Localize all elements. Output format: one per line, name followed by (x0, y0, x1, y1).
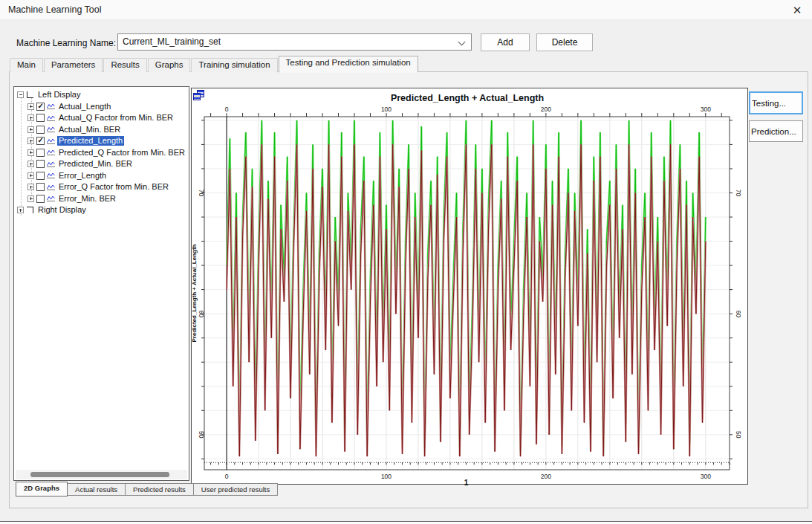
title-bar: Machine Learning Tool ✕ (0, 0, 812, 20)
x-tick-label-top: 100 (381, 106, 392, 113)
tree-item-label: Right Display (36, 205, 88, 215)
tree-item-actual-min-ber[interactable]: Actual_Min. BER (14, 124, 189, 136)
tree-item-label: Actual_Min. BER (57, 125, 122, 135)
right-display-axes-icon (27, 207, 33, 213)
series-chart-icon (46, 172, 56, 179)
add-button[interactable]: Add (481, 33, 530, 51)
ml-name-select[interactable]: Current_ML_training_set (117, 33, 472, 51)
y-axis-title: Predicted_Length + Actual_Length (192, 244, 198, 342)
display-tree: Left DisplayActual_LengthActual_Q Factor… (14, 89, 189, 216)
checkbox-error-min-ber[interactable] (36, 195, 45, 203)
checkbox-predicted-min-ber[interactable] (36, 160, 45, 168)
x-tick-label-bottom: 200 (541, 473, 551, 480)
x-tick-label-top: 200 (541, 106, 551, 113)
tree-item-predicted-min-ber[interactable]: Predicted_Min. BER (14, 158, 189, 170)
chart-panel: Predicted_Length + Actual_Length 0010010… (191, 88, 748, 485)
left-display-axes-icon (27, 91, 33, 98)
tree-item-label: Actual_Length (57, 102, 112, 111)
tab-main[interactable]: Main (10, 58, 43, 72)
x-tick-label-top: 300 (701, 106, 711, 113)
tab-training-simulation[interactable]: Training simulation (191, 58, 277, 72)
tab-actual-results[interactable]: Actual results (68, 483, 126, 496)
tab-user-predicted-results[interactable]: User predicted results (194, 483, 278, 496)
tree-item-label: Predicted_Length (57, 136, 124, 146)
x-tick-label-bottom: 100 (381, 473, 392, 480)
y-tick-label-left: 60 (198, 310, 205, 317)
expand-icon[interactable] (27, 172, 34, 179)
tree-item-label: Predicted_Min. BER (57, 159, 134, 169)
window-title: Machine Learning Tool (8, 4, 102, 15)
display-tree-panel: Left DisplayActual_LengthActual_Q Factor… (13, 86, 189, 481)
tab-testing-and-prediction-simulation[interactable]: Testing and Prediction simulation (279, 56, 418, 73)
ml-name-label: Machine Learning Name: (16, 38, 116, 48)
tree-item-actual-q-factor-from-min-ber[interactable]: Actual_Q Factor from Min. BER (14, 112, 189, 124)
expand-icon[interactable] (27, 161, 34, 167)
graph-window-icon (193, 93, 201, 100)
checkbox-predicted-length[interactable] (36, 137, 45, 145)
expand-icon[interactable] (27, 126, 34, 133)
x-tick-label-bottom: 300 (701, 473, 711, 480)
checkbox-actual-q-factor-from-min-ber[interactable] (36, 114, 45, 122)
series-chart-icon (46, 126, 56, 133)
main-tab-strip: MainParametersResultsGraphsTraining simu… (10, 55, 419, 72)
testing-button[interactable]: Testing... (749, 91, 803, 114)
expand-icon[interactable] (27, 184, 34, 190)
checkbox-error-q-factor-from-min-ber[interactable] (36, 183, 45, 191)
tree-item-left-display[interactable]: Left Display (14, 89, 189, 101)
y-tick-label-left: 50 (198, 431, 205, 439)
series-chart-icon (46, 184, 56, 191)
checkbox-actual-min-ber[interactable] (36, 126, 45, 134)
results-tab-strip: 2D GraphsActual resultsPredicted results… (16, 483, 278, 499)
tree-item-predicted-length[interactable]: Predicted_Length (14, 135, 189, 147)
tree-horizontal-scrollbar[interactable] (16, 470, 187, 479)
expand-icon[interactable] (27, 149, 34, 156)
tree-item-error-q-factor-from-min-ber[interactable]: Error_Q Factor from Min. BER (14, 181, 189, 193)
tab-parameters[interactable]: Parameters (44, 58, 103, 72)
tree-item-label: Actual_Q Factor from Min. BER (57, 113, 175, 123)
ml-name-value: Current_ML_training_set (123, 36, 221, 47)
tree-item-label: Predicted_Q Factor from Min. BER (57, 148, 186, 158)
checkbox-actual-length[interactable] (36, 103, 45, 111)
tab-graphs[interactable]: Graphs (148, 58, 191, 72)
expand-icon[interactable] (17, 207, 24, 213)
series-chart-icon (46, 138, 56, 145)
expand-icon[interactable] (27, 195, 34, 202)
y-tick-label-right: 70 (735, 190, 742, 197)
tab-results[interactable]: Results (103, 58, 146, 72)
series-chart-icon (46, 103, 56, 110)
tree-item-error-min-ber[interactable]: Error_Min. BER (14, 193, 189, 205)
tab-predicted-results[interactable]: Predicted results (126, 483, 194, 496)
series-chart-icon (46, 195, 56, 202)
prediction-button[interactable]: Prediction... (749, 120, 803, 142)
checkbox-error-length[interactable] (36, 172, 45, 180)
x-axis-title: 1 (464, 479, 469, 485)
expand-icon[interactable] (27, 114, 34, 121)
tree-item-label: Left Display (36, 90, 82, 100)
close-icon[interactable]: ✕ (789, 2, 805, 18)
chart-canvas: 001001002002003003007070606050501Predict… (192, 88, 749, 485)
delete-button[interactable]: Delete (536, 33, 593, 51)
x-tick-label-bottom: 0 (225, 473, 229, 480)
tree-item-label: Error_Q Factor from Min. BER (57, 182, 170, 192)
scrollbar-thumb[interactable] (30, 472, 169, 477)
series-chart-icon (46, 114, 56, 122)
checkbox-predicted-q-factor-from-min-ber[interactable] (36, 149, 45, 157)
collapse-icon[interactable] (17, 91, 24, 98)
series-chart-icon (46, 149, 56, 156)
y-tick-label-left: 70 (198, 190, 205, 197)
graph-properties-icon[interactable] (193, 90, 205, 101)
expand-icon[interactable] (27, 103, 34, 110)
tree-item-label: Error_Min. BER (57, 194, 117, 204)
tree-item-predicted-q-factor-from-min-ber[interactable]: Predicted_Q Factor from Min. BER (14, 147, 189, 159)
tree-item-right-display[interactable]: Right Display (14, 204, 189, 216)
y-tick-label-right: 50 (735, 431, 742, 439)
tab-2d-graphs[interactable]: 2D Graphs (16, 482, 68, 496)
chevron-down-icon (458, 39, 466, 46)
expand-icon[interactable] (27, 138, 34, 144)
tab-page: Left DisplayActual_LengthActual_Q Factor… (9, 71, 808, 508)
tree-item-error-length[interactable]: Error_Length (14, 170, 189, 182)
tree-item-actual-length[interactable]: Actual_Length (14, 101, 189, 113)
y-tick-label-right: 60 (735, 310, 742, 317)
series-chart-icon (46, 161, 56, 168)
tree-item-label: Error_Length (57, 171, 108, 181)
